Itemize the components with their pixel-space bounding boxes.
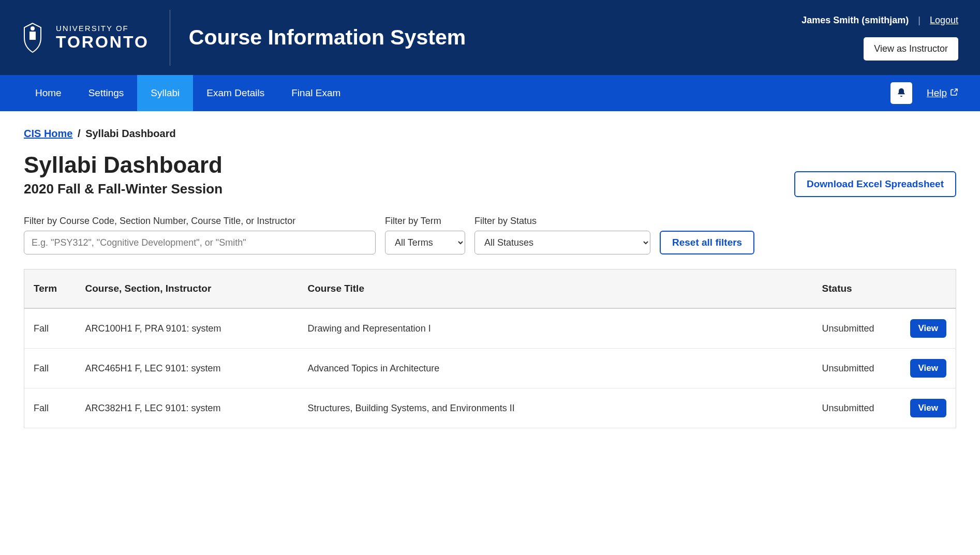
breadcrumb: CIS Home / Syllabi Dashboard bbox=[24, 128, 956, 140]
table-header-row: Term Course, Section, Instructor Course … bbox=[24, 269, 956, 309]
nav-right: Help bbox=[890, 75, 958, 111]
breadcrumb-current: Syllabi Dashboard bbox=[85, 128, 176, 139]
bell-icon bbox=[896, 87, 907, 99]
nav-item-settings[interactable]: Settings bbox=[75, 75, 138, 111]
nav-bar: Home Settings Syllabi Exam Details Final… bbox=[0, 75, 980, 111]
svg-rect-0 bbox=[29, 32, 36, 40]
cell-title: Drawing and Representation I bbox=[299, 308, 813, 349]
header-right: James Smith (smithjam) | Logout View as … bbox=[801, 15, 958, 61]
logout-link[interactable]: Logout bbox=[930, 15, 958, 26]
filter-text-input[interactable] bbox=[24, 231, 376, 254]
filter-status-select[interactable]: All Statuses bbox=[474, 231, 650, 254]
cell-course: ARC100H1 F, PRA 9101: system bbox=[76, 308, 299, 349]
filter-term-block: Filter by Term All Terms bbox=[385, 216, 465, 254]
nav-spacer bbox=[354, 75, 890, 111]
nav-item-exam-details[interactable]: Exam Details bbox=[193, 75, 278, 111]
breadcrumb-separator: / bbox=[78, 128, 81, 139]
view-button[interactable]: View bbox=[910, 399, 946, 417]
th-status: Status bbox=[813, 269, 901, 309]
filter-text-block: Filter by Course Code, Section Number, C… bbox=[24, 216, 376, 254]
filter-term-select[interactable]: All Terms bbox=[385, 231, 465, 254]
header-topline: James Smith (smithjam) | Logout bbox=[801, 15, 958, 26]
brand-text: UNIVERSITY OF TORONTO bbox=[56, 24, 149, 52]
notifications-button[interactable] bbox=[890, 82, 912, 104]
cell-title: Structures, Building Systems, and Enviro… bbox=[299, 388, 813, 428]
filter-text-label: Filter by Course Code, Section Number, C… bbox=[24, 216, 376, 227]
table-row: Fall ARC100H1 F, PRA 9101: system Drawin… bbox=[24, 308, 956, 349]
th-title: Course Title bbox=[299, 269, 813, 309]
help-link[interactable]: Help bbox=[927, 87, 958, 99]
main-content: CIS Home / Syllabi Dashboard Syllabi Das… bbox=[0, 111, 980, 445]
cell-status: Unsubmitted bbox=[813, 388, 901, 428]
help-link-label: Help bbox=[927, 87, 947, 99]
cell-term: Fall bbox=[24, 349, 76, 388]
uoft-crest-icon bbox=[18, 18, 48, 57]
th-action bbox=[901, 269, 956, 309]
page-subtitle: 2020 Fall & Fall-Winter Session bbox=[24, 181, 222, 197]
view-as-instructor-button[interactable]: View as Instructor bbox=[864, 37, 958, 61]
cell-term: Fall bbox=[24, 388, 76, 428]
user-display: James Smith (smithjam) bbox=[801, 15, 909, 26]
th-course: Course, Section, Instructor bbox=[76, 269, 299, 309]
header-divider: | bbox=[918, 15, 920, 26]
breadcrumb-home-link[interactable]: CIS Home bbox=[24, 128, 72, 139]
table-row: Fall ARC382H1 F, LEC 9101: system Struct… bbox=[24, 388, 956, 428]
table-row: Fall ARC465H1 F, LEC 9101: system Advanc… bbox=[24, 349, 956, 388]
cell-status: Unsubmitted bbox=[813, 308, 901, 349]
reset-filters-button[interactable]: Reset all filters bbox=[660, 231, 754, 254]
filter-status-label: Filter by Status bbox=[474, 216, 650, 227]
nav-item-home[interactable]: Home bbox=[22, 75, 75, 111]
filter-term-label: Filter by Term bbox=[385, 216, 465, 227]
download-excel-button[interactable]: Download Excel Spreadsheet bbox=[794, 171, 956, 197]
brand-line1: UNIVERSITY OF bbox=[56, 24, 149, 33]
th-term: Term bbox=[24, 269, 76, 309]
syllabi-table: Term Course, Section, Instructor Course … bbox=[24, 269, 956, 428]
filters-row: Filter by Course Code, Section Number, C… bbox=[24, 216, 956, 254]
brand-block: UNIVERSITY OF TORONTO bbox=[18, 10, 170, 66]
cell-course: ARC465H1 F, LEC 9101: system bbox=[76, 349, 299, 388]
cell-course: ARC382H1 F, LEC 9101: system bbox=[76, 388, 299, 428]
nav-item-syllabi[interactable]: Syllabi bbox=[137, 75, 193, 111]
view-button[interactable]: View bbox=[910, 359, 946, 378]
page-title: Syllabi Dashboard bbox=[24, 152, 222, 178]
filter-status-block: Filter by Status All Statuses bbox=[474, 216, 650, 254]
view-button[interactable]: View bbox=[910, 319, 946, 338]
page-header-text: Syllabi Dashboard 2020 Fall & Fall-Winte… bbox=[24, 152, 222, 197]
page-header-row: Syllabi Dashboard 2020 Fall & Fall-Winte… bbox=[24, 152, 956, 197]
cell-title: Advanced Topics in Architecture bbox=[299, 349, 813, 388]
cell-term: Fall bbox=[24, 308, 76, 349]
external-link-icon bbox=[950, 87, 958, 99]
brand-line2: TORONTO bbox=[56, 33, 149, 52]
nav-item-final-exam[interactable]: Final Exam bbox=[278, 75, 354, 111]
cell-status: Unsubmitted bbox=[813, 349, 901, 388]
app-title: Course Information System bbox=[189, 25, 466, 50]
svg-point-1 bbox=[31, 26, 35, 31]
site-header: UNIVERSITY OF TORONTO Course Information… bbox=[0, 0, 980, 75]
